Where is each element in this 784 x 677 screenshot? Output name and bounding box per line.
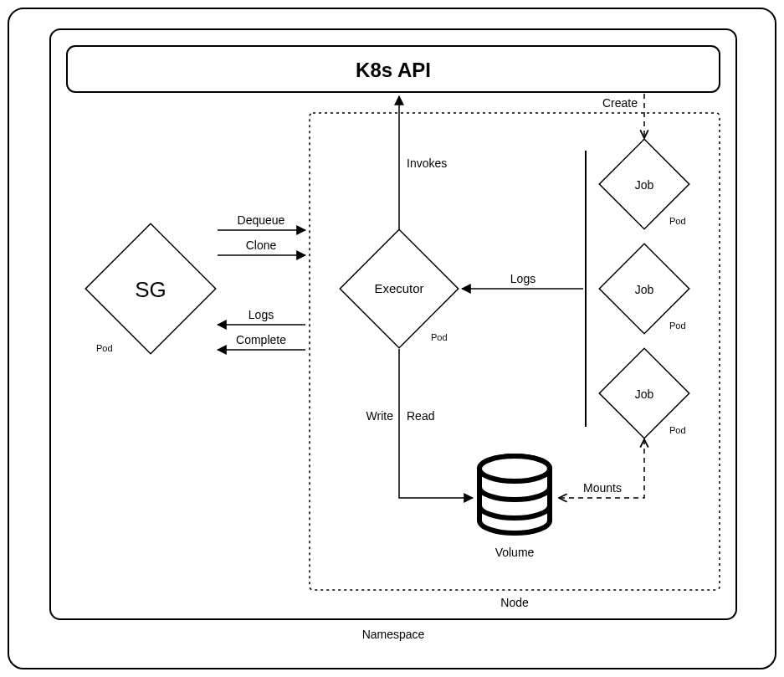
label-clone: Clone	[246, 238, 277, 252]
architecture-diagram: Namespace K8s API Node SG Pod Executor P…	[0, 0, 784, 677]
k8s-api-title: K8s API	[356, 59, 431, 81]
node-label: Node	[500, 596, 529, 609]
namespace-label: Namespace	[362, 628, 425, 641]
executor-pod: Executor Pod	[340, 229, 458, 347]
executor-label: Executor	[374, 281, 423, 295]
label-complete: Complete	[236, 333, 286, 346]
arrow-write-read	[399, 349, 473, 498]
executor-pod-label: Pod	[431, 332, 448, 342]
sg-label: SG	[135, 277, 167, 302]
job-pod-3: Job Pod	[599, 348, 689, 438]
job-pod-2: Job Pod	[599, 244, 689, 333]
label-read: Read	[407, 409, 434, 423]
job-1-label: Job	[635, 178, 654, 192]
job-3-label: Job	[635, 387, 654, 401]
label-invokes: Invokes	[407, 156, 447, 170]
label-dequeue: Dequeue	[238, 213, 285, 227]
job-pod-1: Job Pod	[599, 139, 689, 228]
label-create: Create	[602, 96, 638, 110]
label-write: Write	[366, 409, 394, 423]
job-1-pod-label: Pod	[669, 216, 686, 226]
job-3-pod-label: Pod	[669, 425, 686, 435]
label-logs-to-sg: Logs	[249, 308, 274, 321]
label-logs-to-executor: Logs	[510, 272, 535, 285]
label-mounts: Mounts	[583, 481, 622, 495]
job-2-label: Job	[635, 283, 654, 296]
job-2-pod-label: Pod	[669, 321, 686, 331]
sg-pod-label: Pod	[96, 343, 113, 353]
volume-label: Volume	[495, 546, 535, 559]
sg-pod: SG Pod	[85, 223, 216, 354]
volume-icon	[479, 456, 550, 533]
svg-point-6	[479, 456, 550, 481]
